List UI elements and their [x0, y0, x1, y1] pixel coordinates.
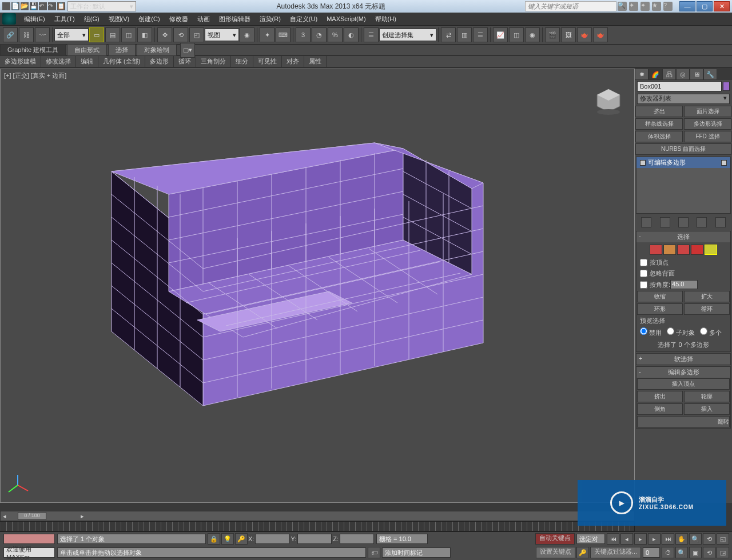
pin-stack-icon[interactable] — [641, 217, 651, 227]
select-region-icon[interactable]: ◫ — [121, 27, 136, 42]
search-input[interactable] — [525, 1, 616, 11]
material-editor-icon[interactable]: ◉ — [525, 27, 540, 42]
preview-multi-radio[interactable] — [700, 327, 707, 335]
by-angle-check[interactable] — [640, 281, 647, 289]
track-bar[interactable] — [0, 521, 635, 531]
editpoly-header[interactable]: -编辑多边形 — [636, 367, 730, 378]
next-frame-icon[interactable]: ▸ — [648, 533, 661, 545]
percent-snap-icon[interactable]: % — [328, 27, 343, 42]
menu-maxscript[interactable]: MAXScript(M) — [322, 15, 370, 22]
viewcube-icon[interactable] — [594, 86, 623, 115]
softsel-header[interactable]: +软选择 — [636, 354, 730, 365]
manipulate-icon[interactable]: ✦ — [260, 27, 274, 42]
loop-button[interactable]: 循环 — [684, 303, 730, 315]
new-icon[interactable]: 📄 — [11, 2, 19, 10]
panel-polymodeling[interactable]: 多边形建模 — [0, 56, 41, 67]
tab-objectpaint[interactable]: 对象绘制 — [137, 44, 177, 56]
key-filters-button[interactable]: 关键点过滤器... — [590, 547, 641, 558]
time-tag-icon[interactable]: 🏷 — [368, 547, 380, 558]
panel-polygons[interactable]: 多边形 — [145, 56, 174, 67]
lock-selection-icon[interactable]: 🔒 — [208, 533, 220, 545]
subobj-edge-icon[interactable] — [663, 245, 676, 255]
ignore-back-check[interactable] — [640, 270, 647, 277]
goto-end-icon[interactable]: ⏭ — [662, 533, 674, 545]
link-tool-icon[interactable]: 🔗 — [3, 27, 18, 42]
snap-toggle-icon[interactable]: 3 — [296, 27, 311, 42]
mod-faceselect-button[interactable]: 面片选择 — [684, 106, 731, 117]
preview-subobj-radio[interactable] — [667, 327, 674, 335]
workspace-dropdown[interactable]: 工作台: 默认 ▾ — [67, 1, 136, 11]
undo-icon[interactable]: ↶ — [39, 2, 47, 10]
create-tab-icon[interactable]: ✹ — [635, 69, 649, 80]
ribbon-toggle-icon[interactable]: ▢▾ — [180, 43, 195, 58]
nav-orbit2-icon[interactable]: ⟲ — [703, 547, 715, 558]
favorite-icon[interactable]: ★ — [652, 2, 661, 11]
menu-animation[interactable]: 动画 — [193, 15, 214, 23]
time-prev-icon[interactable]: ◂ — [3, 513, 6, 520]
align-icon[interactable]: ▥ — [457, 27, 472, 42]
mod-volselect-button[interactable]: 体积选择 — [635, 131, 683, 142]
panel-geometry[interactable]: 几何体 (全部) — [98, 56, 145, 67]
search-go-icon[interactable]: 🔍 — [618, 2, 627, 11]
nav-pan-icon[interactable]: ✋ — [675, 533, 688, 545]
bind-tool-icon[interactable]: 〰 — [35, 27, 50, 42]
panel-subdiv[interactable]: 细分 — [231, 56, 253, 67]
named-selection-dropdown[interactable]: 创建选择集▾ — [379, 29, 436, 41]
setkey-button[interactable]: 设置关键点 — [536, 547, 575, 558]
stack-toggle-icon[interactable] — [721, 160, 727, 166]
autokey-button[interactable]: 自动关键点 — [535, 533, 575, 545]
menu-modifiers[interactable]: 修改器 — [165, 15, 193, 23]
key-big-icon[interactable]: 🔑 — [576, 547, 589, 558]
max-logo-icon[interactable] — [2, 13, 16, 25]
viewport-ortho[interactable]: [+] [正交] [真实 + 边面] — [0, 69, 635, 503]
help-icon[interactable]: ? — [663, 2, 673, 11]
mod-polyselect-button[interactable]: 多边形选择 — [684, 118, 731, 130]
panel-tri[interactable]: 三角剖分 — [196, 56, 231, 67]
render-setup-icon[interactable]: 🎬 — [545, 27, 560, 42]
time-config-icon[interactable]: ⏱ — [662, 547, 674, 558]
selection-lock-icon[interactable]: 🔑 — [235, 533, 248, 545]
render-prod-icon[interactable]: 🫖 — [593, 27, 608, 42]
curve-editor-icon[interactable]: 📈 — [493, 27, 508, 42]
nav-fov-icon[interactable]: ▣ — [689, 547, 702, 558]
menu-help[interactable]: 帮助(H) — [371, 15, 401, 23]
spinner-snap-icon[interactable]: ◐ — [344, 27, 359, 42]
tab-graphite[interactable]: Graphite 建模工具 — [0, 44, 66, 56]
ref-coord-dropdown[interactable]: 视图▾ — [205, 29, 239, 41]
viewport-label[interactable]: [+] [正交] [真实 + 边面] — [4, 71, 66, 80]
exchange-icon[interactable]: ✦ — [640, 2, 650, 11]
coord-y-field[interactable] — [297, 534, 332, 544]
layers-icon[interactable]: ☰ — [473, 27, 488, 42]
goto-start-icon[interactable]: ⏮ — [607, 533, 619, 545]
hierarchy-tab-icon[interactable]: 品 — [662, 69, 676, 80]
display-tab-icon[interactable]: 🖥 — [690, 69, 703, 80]
time-next-icon[interactable]: ▸ — [81, 513, 84, 520]
menu-rendering[interactable]: 渲染(R) — [255, 15, 285, 23]
select-object-icon[interactable]: ▭ — [89, 27, 104, 42]
mod-nurbs-button[interactable]: NURBS 曲面选择 — [635, 143, 731, 155]
nav-max-icon[interactable]: ◱ — [717, 533, 729, 545]
modifier-stack[interactable]: 可编辑多边形 — [636, 157, 731, 214]
by-vertex-check[interactable] — [640, 259, 647, 266]
script-mini-listener[interactable] — [3, 534, 55, 544]
outline-button[interactable]: 轮廓 — [684, 391, 730, 402]
menu-views[interactable]: 视图(V) — [104, 15, 134, 23]
render-frame-icon[interactable]: 🖼 — [561, 27, 576, 42]
panel-edit[interactable]: 编辑 — [76, 56, 98, 67]
panel-properties[interactable]: 属性 — [304, 56, 327, 67]
selection-filter-dropdown[interactable]: 全部▾ — [54, 29, 89, 41]
coord-z-field[interactable] — [340, 534, 374, 544]
render-icon[interactable]: 🫖 — [577, 27, 592, 42]
motion-tab-icon[interactable]: ◎ — [676, 69, 690, 80]
object-name-field[interactable] — [637, 81, 722, 91]
key-mode-dropdown[interactable]: 选定对 — [576, 534, 605, 544]
add-time-tag[interactable]: 添加时间标记 — [382, 547, 451, 558]
schematic-icon[interactable]: ◫ — [509, 27, 524, 42]
inset-button[interactable]: 插入 — [684, 403, 730, 415]
link-icon[interactable]: 📋 — [57, 2, 65, 10]
nav-zoom-icon[interactable]: 🔍 — [689, 533, 702, 545]
rotate-tool-icon[interactable]: ⟲ — [173, 27, 188, 42]
unlink-tool-icon[interactable]: ⛓ — [19, 27, 34, 42]
open-icon[interactable]: 📂 — [21, 2, 29, 10]
save-icon[interactable]: 💾 — [30, 2, 38, 10]
